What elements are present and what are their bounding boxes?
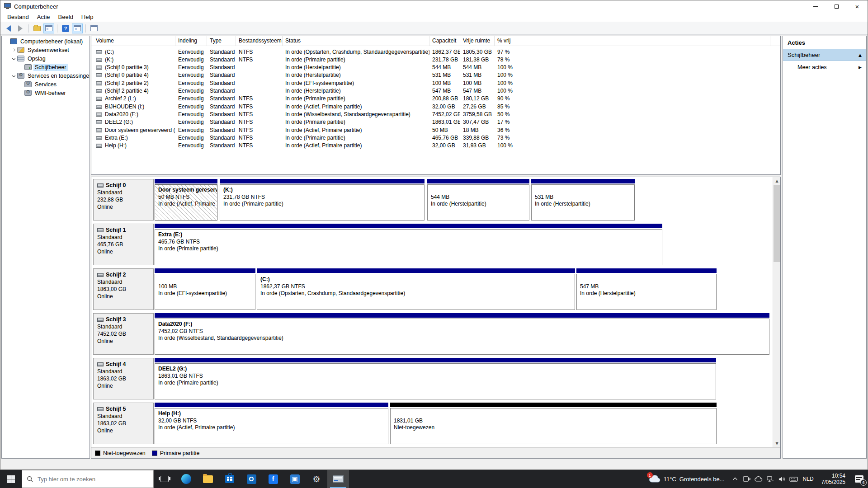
weather-text: Grotendeels be...: [679, 476, 725, 483]
disk-label-2[interactable]: Schijf 2Standaard1863,00 GBOnline: [93, 268, 154, 310]
taskbar-search[interactable]: [22, 470, 154, 488]
disk-label-3[interactable]: Schijf 3Standaard7452,02 GBOnline: [93, 313, 154, 355]
chevron-right-icon[interactable]: [11, 47, 16, 53]
partition-in-orde-efi-systeempartitie-[interactable]: 100 MBIn orde (EFI-systeempartitie): [155, 268, 255, 310]
disk-label-5[interactable]: Schijf 5Standaard1863,02 GBOnline: [93, 403, 154, 444]
partition-deel2-g-[interactable]: DEEL2 (G:)1863,01 GB NTFSIn orde (Primai…: [155, 358, 716, 399]
volume-row[interactable]: Extra (E:)EenvoudigStandaardNTFSIn orde …: [91, 134, 780, 141]
chevron-down-icon[interactable]: [11, 56, 16, 61]
volume-row[interactable]: (Schijf 0 partitie 4)EenvoudigStandaardI…: [91, 71, 780, 79]
partition-in-orde-herstelpartitie-[interactable]: 531 MBIn orde (Herstelpartitie): [531, 179, 635, 221]
weather-widget[interactable]: 1 11°C Grotendeels be...: [644, 470, 729, 488]
column-header-type[interactable]: Type: [207, 36, 236, 46]
partition-in-orde-herstelpartitie-[interactable]: 544 MBIn orde (Herstelpartitie): [427, 179, 529, 221]
vertical-scrollbar[interactable]: ▲ ▼: [773, 177, 780, 447]
photos-icon[interactable]: ▣: [284, 470, 306, 488]
speaker-icon[interactable]: [776, 470, 788, 488]
scroll-up-icon[interactable]: ▲: [773, 177, 781, 185]
partition--c-[interactable]: (C:)1862,37 GB NTFSIn orde (Opstarten, C…: [257, 268, 575, 310]
column-header-bestandssysteem[interactable]: Bestandssysteem: [236, 36, 283, 46]
menu-actie[interactable]: Actie: [33, 13, 54, 21]
volume-row[interactable]: BIJHOUDEN (I:)EenvoudigStandaardNTFSIn o…: [91, 103, 780, 110]
action-pane-toggle-icon[interactable]: [72, 23, 83, 33]
chevron-up-icon[interactable]: [729, 470, 741, 488]
column-header-volume[interactable]: Volume: [93, 36, 175, 46]
store-icon[interactable]: [219, 470, 241, 488]
weather-cloud-icon: 1: [649, 474, 660, 483]
toolbar-separator: [85, 24, 86, 33]
partition-niet-toegewezen[interactable]: 1831,01 GBNiet-toegewezen: [390, 403, 717, 444]
title-bar[interactable]: Computerbeheer ×: [0, 0, 868, 12]
clock[interactable]: 10:54 7/05/2025: [817, 473, 850, 485]
maximize-button[interactable]: [826, 0, 847, 12]
outlook-icon[interactable]: O: [241, 470, 262, 488]
tree-item-services[interactable]: Services: [2, 80, 90, 89]
volume-row[interactable]: Door systeem gereserveerd (D:)EenvoudigS…: [91, 126, 780, 134]
disk-management-icon[interactable]: [327, 470, 349, 488]
back-icon[interactable]: [3, 23, 14, 33]
task-view-icon[interactable]: [154, 470, 175, 488]
facebook-icon[interactable]: f: [262, 470, 284, 488]
volume-row[interactable]: Data2020 (F:)EenvoudigStandaardNTFSIn or…: [91, 110, 780, 118]
menu-help[interactable]: Help: [77, 13, 98, 21]
cloud-icon[interactable]: [753, 470, 764, 488]
primary-partition-color-bar: [155, 313, 769, 318]
more-actions-item[interactable]: Meer acties ▶: [783, 61, 866, 74]
partition-in-orde-herstelpartitie-[interactable]: 547 MBIn orde (Herstelpartitie): [576, 268, 717, 310]
export-list-icon[interactable]: [89, 23, 99, 33]
column-header--vrij[interactable]: % vrij: [495, 36, 770, 46]
help-icon[interactable]: ?: [60, 23, 71, 33]
tree-item-systeemwerkset[interactable]: Systeemwerkset: [2, 46, 90, 54]
tree-item-services-en-toepassingen[interactable]: Services en toepassingen: [2, 71, 90, 80]
partition-door-systeem-gereserv[interactable]: Door systeem gereserv50 MB NTFSIn orde (…: [155, 179, 217, 221]
file-explorer-icon[interactable]: [197, 470, 219, 488]
tree-item-opslag[interactable]: Opslag: [2, 54, 90, 63]
tree-item-wmi-beheer[interactable]: WMI-beheer: [2, 89, 90, 97]
menu-beeld[interactable]: Beeld: [54, 13, 77, 21]
action-center-button[interactable]: 6: [850, 470, 868, 488]
start-button[interactable]: [0, 470, 22, 488]
volume-row[interactable]: Help (H:)EenvoudigStandaardNTFSIn orde (…: [91, 142, 780, 150]
edge-icon[interactable]: [175, 470, 197, 488]
column-header-vrije-ruimte[interactable]: Vrije ruimte: [460, 36, 495, 46]
volume-row[interactable]: (K:)EenvoudigStandaardNTFSIn orde (Prima…: [91, 56, 780, 63]
collapse-icon[interactable]: ▲: [859, 53, 862, 57]
tree-item-computerbeheer-lokaal-[interactable]: Computerbeheer (lokaal): [2, 37, 90, 46]
scrollbar-thumb[interactable]: [774, 185, 780, 262]
teams-icon[interactable]: [741, 470, 753, 488]
volume-row[interactable]: DEEL2 (G:)EenvoudigStandaardNTFSIn orde …: [91, 118, 780, 126]
minimize-button[interactable]: [805, 0, 826, 12]
console-tree-toggle-icon[interactable]: [43, 23, 54, 33]
volume-row[interactable]: Archief 2 (L:)EenvoudigStandaardNTFSIn o…: [91, 95, 780, 103]
search-input[interactable]: [38, 476, 142, 483]
actions-section-schijfbeheer[interactable]: Schijfbeheer ▲: [783, 49, 866, 61]
settings-icon[interactable]: ⚙: [306, 470, 327, 488]
column-header-capaciteit[interactable]: Capaciteit: [429, 36, 460, 46]
disk-name: Schijf 3: [106, 316, 126, 323]
disk-label-4[interactable]: Schijf 4Standaard1863,02 GBOnline: [93, 358, 154, 399]
chevron-down-icon[interactable]: [11, 73, 16, 79]
disk-label-0[interactable]: Schijf 0Standaard232,88 GBOnline: [93, 179, 154, 221]
column-header-indeling[interactable]: Indeling: [175, 36, 207, 46]
volume-row[interactable]: (C:)EenvoudigStandaardNTFSIn orde (Opsta…: [91, 48, 780, 56]
up-folder-icon[interactable]: [32, 23, 42, 33]
column-header-status[interactable]: Status: [283, 36, 429, 46]
tree-item-schijfbeheer[interactable]: Schijfbeheer: [2, 63, 90, 71]
keyboard-icon[interactable]: [788, 470, 800, 488]
partition-data2020-f-[interactable]: Data2020 (F:)7452,02 GB NTFSIn orde (Wis…: [155, 313, 769, 355]
disk-label-1[interactable]: Schijf 1Standaard465,76 GBOnline: [93, 224, 154, 265]
network-icon[interactable]: [764, 470, 776, 488]
volume-row[interactable]: (Schijf 2 partitie 2)EenvoudigStandaardI…: [91, 79, 780, 87]
volume-row[interactable]: (Schijf 0 partitie 3)EenvoudigStandaardI…: [91, 64, 780, 71]
cell-type: Standaard: [207, 103, 236, 110]
menu-bestand[interactable]: Bestand: [3, 13, 33, 21]
partition-extra-e-[interactable]: Extra (E:)465,76 GB NTFSIn orde (Primair…: [155, 224, 662, 265]
close-button[interactable]: ×: [847, 0, 868, 12]
language-indicator[interactable]: NLD: [800, 476, 817, 482]
partition--k-[interactable]: (K:)231,78 GB NTFSIn orde (Primaire part…: [220, 179, 425, 221]
scroll-down-icon[interactable]: ▼: [773, 440, 781, 447]
chevron-spacer: [4, 39, 9, 44]
partition-help-h-[interactable]: Help (H:)32,00 GB NTFSIn orde (Actief, P…: [155, 403, 388, 444]
forward-icon[interactable]: [15, 23, 26, 33]
volume-row[interactable]: (Schijf 2 partitie 4)EenvoudigStandaardI…: [91, 87, 780, 95]
